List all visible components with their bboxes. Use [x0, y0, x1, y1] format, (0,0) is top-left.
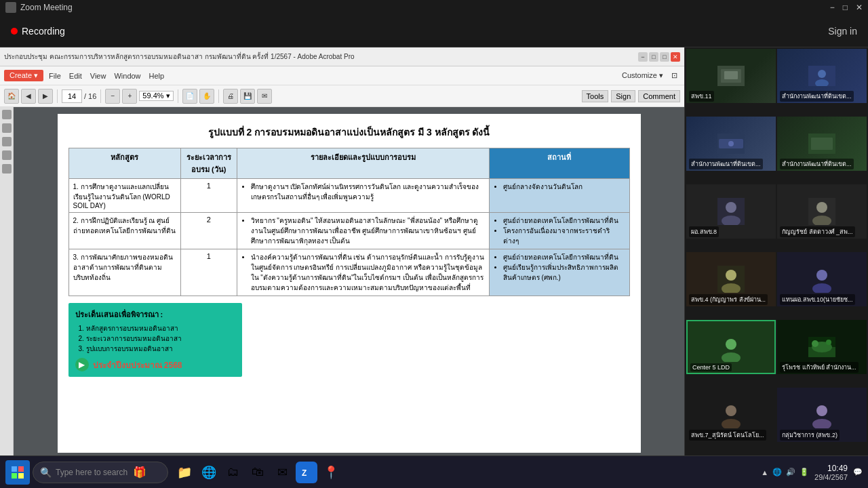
- create-btn[interactable]: Create ▾: [4, 70, 43, 81]
- taskbar-store[interactable]: 🛍: [247, 462, 269, 483]
- system-clock[interactable]: 10:49 29/4/2567: [814, 464, 848, 481]
- start-button[interactable]: [5, 460, 30, 485]
- taskbar-zoom[interactable]: Z: [296, 462, 317, 483]
- svg-point-8: [728, 141, 734, 146]
- taskbar-folder[interactable]: 🗂: [222, 462, 244, 483]
- participant-tile[interactable]: สำนักงานพัฒนาที่ดินเขต...: [777, 49, 867, 103]
- pdf-maximize-btn[interactable]: □: [660, 52, 669, 62]
- close-btn[interactable]: ✕: [856, 3, 863, 12]
- menu-help[interactable]: Help: [146, 72, 167, 80]
- arrow-icon: ▶: [75, 358, 89, 371]
- print-btn[interactable]: 🖨: [223, 89, 238, 104]
- participant-tile[interactable]: รุ่โพรช แก้วทิพย์ สำนักงาน...: [777, 320, 867, 374]
- svg-point-30: [826, 340, 831, 345]
- tools-btn[interactable]: Tools: [582, 90, 609, 102]
- clock-time: 10:49: [814, 464, 848, 473]
- select-tool-btn[interactable]: 📄: [182, 89, 197, 104]
- participant-name-9: Center 5 LDD: [690, 363, 732, 371]
- pdf-table: หลักสูตร ระยะเวลาการอบรม (วัน) รายละเอีย…: [68, 148, 630, 296]
- menu-edit[interactable]: Edit: [66, 72, 85, 80]
- proposal-item-1: หลักสูตรการอบรมหมอดินอาสา: [86, 323, 236, 333]
- menu-window[interactable]: Window: [111, 72, 143, 80]
- proposal-item-2: ระยะเวลาการอบรมหมอดินอาสา: [86, 333, 236, 344]
- taskbar-maps[interactable]: 📍: [320, 462, 342, 483]
- participant-tile[interactable]: สพข.7_สุนิรัตน์ โตนโลโย...: [686, 388, 776, 442]
- cell-course-2: 2. การฝึกปฏิบัติและเรียนรู้ ณ ศูนย์ถ่ายท…: [68, 213, 180, 249]
- cell-location-1: ศูนย์กลางจัดงานวันดินโลก: [489, 179, 629, 213]
- maximize-btn[interactable]: □: [843, 3, 848, 12]
- pdf-title-bar: ประกอบประชุม คณะกรรมการบริหารหลักสูตรการ…: [0, 47, 684, 66]
- tray-expand[interactable]: ▲: [761, 468, 768, 476]
- col-header-days: ระยะเวลาการอบรม (วัน): [180, 148, 237, 179]
- zoom-in-btn[interactable]: +: [122, 89, 137, 104]
- cell-detail-2: วิทยากร "ครูหมอดิน" ให้สอนหมอดินอาสาในลั…: [237, 213, 489, 249]
- participant-name-1: สพข.11: [689, 91, 714, 102]
- cell-location-2: ศูนย์ถ่ายทอดเทคโนโลยีการพัฒนาที่ดิน โครง…: [489, 213, 629, 249]
- col-header-location: สถานที่: [489, 148, 629, 179]
- sidebar-pages-icon[interactable]: [2, 110, 12, 119]
- participant-tile[interactable]: กลุ่มวิชาการ (สพข.2): [777, 388, 867, 442]
- pdf-content-area: รูปแบบที่ 2 การอบรมหมอดินอาสาแบ่งเป็นหลั…: [14, 107, 684, 455]
- sidebar-attachments-icon[interactable]: [2, 164, 12, 174]
- participant-name-7: สพข.4 (กัญญาพร สังข์ผ่าน...: [689, 294, 768, 305]
- back-btn[interactable]: ◀: [21, 89, 36, 104]
- tray-network[interactable]: 🌐: [772, 468, 782, 476]
- participant-tile[interactable]: แทนผอ.สพข.10(นายชัยช...: [777, 252, 867, 306]
- gift-icon: 🎁: [133, 466, 146, 479]
- sidebar-bookmarks-icon[interactable]: [2, 123, 12, 133]
- sign-in-button[interactable]: Sign in: [828, 26, 857, 37]
- participant-tile[interactable]: ผอ.สพข.8: [686, 184, 776, 239]
- svg-rect-38: [18, 466, 24, 472]
- svg-rect-2: [724, 71, 738, 79]
- tray-sound[interactable]: 🔊: [786, 468, 795, 476]
- participant-tile[interactable]: สพข.4 (กัญญาพร สังข์ผ่าน...: [686, 252, 776, 306]
- app-icon: [5, 2, 16, 13]
- taskbar-pinned-apps: 📁 🌐 🗂 🛍 ✉ Z 📍: [174, 462, 342, 483]
- customize-btn[interactable]: Customize ▾: [619, 71, 666, 80]
- sidebar-search-icon[interactable]: [2, 137, 12, 146]
- table-row: 1. การศึกษาดูงานและแลกเปลี่ยนเรียนรู้ในง…: [68, 179, 629, 213]
- page-separator: / 16: [84, 92, 96, 100]
- svg-point-4: [818, 70, 826, 78]
- participant-tile[interactable]: สำนักงานพัฒนาที่ดินเขต...: [777, 117, 867, 171]
- page-number-input[interactable]: [62, 89, 82, 103]
- svg-point-29: [812, 340, 818, 347]
- fwd-btn[interactable]: ▶: [38, 89, 53, 104]
- svg-point-35: [816, 405, 827, 416]
- pdf-page: รูปแบบที่ 2 การอบรมหมอดินอาสาแบ่งเป็นหลั…: [58, 114, 641, 453]
- svg-point-32: [726, 405, 736, 416]
- menu-file[interactable]: File: [46, 72, 64, 80]
- proposal-box: ประเด็นเสนอเพื่อพิจารณา : หลักสูตรการอบร…: [68, 303, 243, 377]
- taskbar-file-explorer[interactable]: 📁: [174, 462, 195, 483]
- cell-location-3: ศูนย์ถ่ายทอดเทคโนโลยีการพัฒนาที่ดิน ศูนย…: [489, 249, 629, 296]
- pdf-close-btn[interactable]: ✕: [671, 52, 680, 62]
- taskbar-search-box[interactable]: 🔍 Type here to search 🎁: [33, 462, 168, 483]
- system-tray: ▲ 🌐 🔊 🔋: [761, 468, 809, 476]
- participant-tile[interactable]: สพข.11: [686, 49, 776, 103]
- taskbar-mail[interactable]: ✉: [271, 462, 293, 483]
- home-btn[interactable]: 🏠: [4, 89, 19, 104]
- comment-btn[interactable]: Comment: [638, 90, 680, 102]
- pdf-expand-btn[interactable]: ⊡: [669, 71, 680, 80]
- participant-tile[interactable]: Center 5 LDD: [686, 320, 776, 374]
- cell-days-1: 1: [180, 179, 237, 213]
- pdf-left-sidebar: [0, 107, 14, 455]
- participant-tile[interactable]: กัญญรัชย์ ลัดดาวงศ์ _สพ...: [777, 184, 867, 239]
- sidebar-layers-icon[interactable]: [2, 150, 12, 160]
- svg-point-18: [726, 270, 736, 281]
- participant-name-5: ผอ.สพข.8: [689, 226, 719, 237]
- pdf-minimize-btn[interactable]: −: [638, 52, 648, 62]
- minimize-btn[interactable]: −: [830, 3, 835, 12]
- svg-rect-10: [811, 138, 833, 150]
- sign-btn[interactable]: Sign: [611, 90, 635, 102]
- taskbar-edge-browser[interactable]: 🌐: [198, 462, 220, 483]
- menu-view[interactable]: View: [87, 72, 109, 80]
- hand-tool-btn[interactable]: ✋: [199, 89, 214, 104]
- pdf-icon-toolbar: 🏠 ◀ ▶ / 16 − + 59.4% ▾ 📄 ✋ 🖨 💾 ✉ Tools S…: [0, 85, 684, 107]
- notification-btn[interactable]: 💬: [853, 468, 863, 476]
- email-btn[interactable]: ✉: [257, 89, 272, 104]
- save-btn[interactable]: 💾: [240, 89, 255, 104]
- zoom-out-btn[interactable]: −: [105, 89, 120, 104]
- pdf-restore-btn[interactable]: □: [649, 52, 658, 62]
- participant-tile[interactable]: สำนักงานพัฒนาที่ดินเขต...: [686, 117, 776, 171]
